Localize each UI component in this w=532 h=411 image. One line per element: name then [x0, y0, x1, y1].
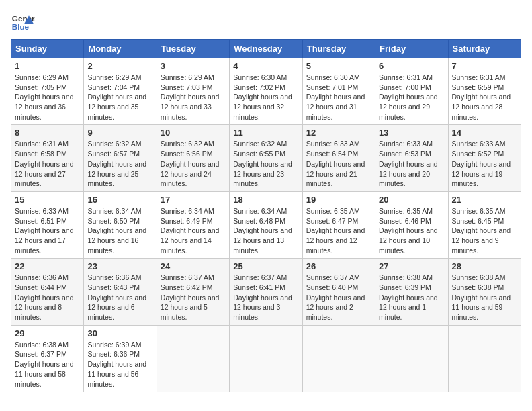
- day-info: Sunrise: 6:35 AMSunset: 6:45 PMDaylight …: [452, 206, 517, 255]
- calendar-cell: [448, 325, 521, 392]
- day-number: 5: [306, 61, 371, 71]
- calendar-cell: 1Sunrise: 6:29 AMSunset: 7:05 PMDaylight…: [11, 58, 84, 125]
- day-number: 11: [233, 128, 298, 138]
- calendar-cell: 20Sunrise: 6:35 AMSunset: 6:46 PMDayligh…: [375, 191, 448, 258]
- calendar-cell: [230, 325, 302, 392]
- day-info: Sunrise: 6:36 AMSunset: 6:44 PMDaylight …: [15, 273, 80, 322]
- calendar-cell: 24Sunrise: 6:37 AMSunset: 6:42 PMDayligh…: [157, 259, 229, 325]
- calendar-cell: 8Sunrise: 6:31 AMSunset: 6:58 PMDaylight…: [11, 125, 84, 191]
- calendar-cell: 14Sunrise: 6:33 AMSunset: 6:52 PMDayligh…: [448, 125, 521, 191]
- day-info: Sunrise: 6:37 AMSunset: 6:42 PMDaylight …: [161, 273, 226, 322]
- day-number: 18: [233, 195, 298, 205]
- day-number: 23: [87, 261, 152, 271]
- day-info: Sunrise: 6:33 AMSunset: 6:51 PMDaylight …: [15, 206, 80, 255]
- day-info: Sunrise: 6:32 AMSunset: 6:55 PMDaylight …: [233, 139, 298, 188]
- calendar-cell: 25Sunrise: 6:37 AMSunset: 6:41 PMDayligh…: [230, 259, 302, 325]
- calendar-cell: 15Sunrise: 6:33 AMSunset: 6:51 PMDayligh…: [11, 191, 84, 258]
- calendar-cell: 5Sunrise: 6:30 AMSunset: 7:01 PMDaylight…: [302, 58, 375, 125]
- calendar-cell: 17Sunrise: 6:34 AMSunset: 6:49 PMDayligh…: [157, 191, 229, 258]
- day-info: Sunrise: 6:33 AMSunset: 6:52 PMDaylight …: [452, 139, 517, 188]
- calendar-cell: [157, 325, 229, 392]
- calendar-cell: 9Sunrise: 6:32 AMSunset: 6:57 PMDaylight…: [84, 125, 157, 191]
- day-number: 1: [15, 61, 80, 71]
- day-number: 25: [233, 261, 298, 271]
- day-info: Sunrise: 6:32 AMSunset: 6:56 PMDaylight …: [161, 139, 226, 188]
- day-number: 2: [87, 61, 152, 71]
- day-number: 22: [15, 261, 80, 271]
- calendar-cell: 18Sunrise: 6:34 AMSunset: 6:48 PMDayligh…: [230, 191, 302, 258]
- day-info: Sunrise: 6:36 AMSunset: 6:43 PMDaylight …: [87, 273, 152, 322]
- calendar-table: SundayMondayTuesdayWednesdayThursdayFrid…: [11, 39, 521, 392]
- weekday-header-sunday: Sunday: [11, 40, 84, 58]
- calendar-cell: 10Sunrise: 6:32 AMSunset: 6:56 PMDayligh…: [157, 125, 229, 191]
- day-number: 7: [452, 61, 517, 71]
- calendar-cell: 7Sunrise: 6:31 AMSunset: 6:59 PMDaylight…: [448, 58, 521, 125]
- day-info: Sunrise: 6:30 AMSunset: 7:01 PMDaylight …: [306, 73, 371, 122]
- day-info: Sunrise: 6:37 AMSunset: 6:41 PMDaylight …: [233, 273, 298, 322]
- day-info: Sunrise: 6:29 AMSunset: 7:03 PMDaylight …: [161, 73, 226, 122]
- day-info: Sunrise: 6:31 AMSunset: 6:58 PMDaylight …: [15, 139, 80, 188]
- day-number: 26: [306, 261, 371, 271]
- day-number: 4: [233, 61, 298, 71]
- weekday-header-monday: Monday: [84, 40, 157, 58]
- calendar-cell: [302, 325, 375, 392]
- day-number: 9: [87, 128, 152, 138]
- calendar-cell: 12Sunrise: 6:33 AMSunset: 6:54 PMDayligh…: [302, 125, 375, 191]
- calendar-cell: 6Sunrise: 6:31 AMSunset: 7:00 PMDaylight…: [375, 58, 448, 125]
- day-number: 21: [452, 195, 517, 205]
- day-number: 27: [379, 261, 444, 271]
- day-info: Sunrise: 6:30 AMSunset: 7:02 PMDaylight …: [233, 73, 298, 122]
- day-info: Sunrise: 6:39 AMSunset: 6:36 PMDaylight …: [87, 340, 152, 389]
- calendar-cell: 13Sunrise: 6:33 AMSunset: 6:53 PMDayligh…: [375, 125, 448, 191]
- day-info: Sunrise: 6:33 AMSunset: 6:54 PMDaylight …: [306, 139, 371, 188]
- day-number: 10: [161, 128, 226, 138]
- day-number: 17: [161, 195, 226, 205]
- day-number: 3: [161, 61, 226, 71]
- day-number: 14: [452, 128, 517, 138]
- day-info: Sunrise: 6:34 AMSunset: 6:48 PMDaylight …: [233, 206, 298, 255]
- day-info: Sunrise: 6:29 AMSunset: 7:05 PMDaylight …: [15, 73, 80, 122]
- calendar-cell: 19Sunrise: 6:35 AMSunset: 6:47 PMDayligh…: [302, 191, 375, 258]
- day-number: 30: [87, 328, 152, 338]
- day-info: Sunrise: 6:38 AMSunset: 6:37 PMDaylight …: [15, 340, 80, 389]
- calendar-cell: 22Sunrise: 6:36 AMSunset: 6:44 PMDayligh…: [11, 259, 84, 325]
- calendar-cell: 29Sunrise: 6:38 AMSunset: 6:37 PMDayligh…: [11, 325, 84, 392]
- calendar-cell: 26Sunrise: 6:37 AMSunset: 6:40 PMDayligh…: [302, 259, 375, 325]
- day-number: 29: [15, 328, 80, 338]
- calendar-cell: [375, 325, 448, 392]
- day-number: 12: [306, 128, 371, 138]
- day-number: 28: [452, 261, 517, 271]
- calendar-cell: 11Sunrise: 6:32 AMSunset: 6:55 PMDayligh…: [230, 125, 302, 191]
- weekday-header-thursday: Thursday: [302, 40, 375, 58]
- weekday-header-saturday: Saturday: [448, 40, 521, 58]
- day-number: 19: [306, 195, 371, 205]
- day-info: Sunrise: 6:38 AMSunset: 6:39 PMDaylight …: [379, 273, 444, 322]
- calendar-cell: 27Sunrise: 6:38 AMSunset: 6:39 PMDayligh…: [375, 259, 448, 325]
- calendar-cell: 30Sunrise: 6:39 AMSunset: 6:36 PMDayligh…: [84, 325, 157, 392]
- day-number: 15: [15, 195, 80, 205]
- day-info: Sunrise: 6:38 AMSunset: 6:38 PMDaylight …: [452, 273, 517, 322]
- day-info: Sunrise: 6:35 AMSunset: 6:46 PMDaylight …: [379, 206, 444, 255]
- weekday-header-tuesday: Tuesday: [157, 40, 229, 58]
- day-info: Sunrise: 6:31 AMSunset: 6:59 PMDaylight …: [452, 73, 517, 122]
- page-header: General Blue: [11, 11, 521, 35]
- calendar-cell: 2Sunrise: 6:29 AMSunset: 7:04 PMDaylight…: [84, 58, 157, 125]
- day-info: Sunrise: 6:31 AMSunset: 7:00 PMDaylight …: [379, 73, 444, 122]
- day-number: 6: [379, 61, 444, 71]
- calendar-cell: 3Sunrise: 6:29 AMSunset: 7:03 PMDaylight…: [157, 58, 229, 125]
- day-number: 13: [379, 128, 444, 138]
- weekday-header-friday: Friday: [375, 40, 448, 58]
- day-number: 20: [379, 195, 444, 205]
- day-info: Sunrise: 6:35 AMSunset: 6:47 PMDaylight …: [306, 206, 371, 255]
- weekday-header-wednesday: Wednesday: [230, 40, 302, 58]
- day-number: 8: [15, 128, 80, 138]
- calendar-cell: 28Sunrise: 6:38 AMSunset: 6:38 PMDayligh…: [448, 259, 521, 325]
- day-info: Sunrise: 6:37 AMSunset: 6:40 PMDaylight …: [306, 273, 371, 322]
- logo: General Blue: [11, 11, 35, 35]
- calendar-cell: 21Sunrise: 6:35 AMSunset: 6:45 PMDayligh…: [448, 191, 521, 258]
- day-info: Sunrise: 6:29 AMSunset: 7:04 PMDaylight …: [87, 73, 152, 122]
- day-info: Sunrise: 6:34 AMSunset: 6:49 PMDaylight …: [161, 206, 226, 255]
- calendar-cell: 23Sunrise: 6:36 AMSunset: 6:43 PMDayligh…: [84, 259, 157, 325]
- day-info: Sunrise: 6:33 AMSunset: 6:53 PMDaylight …: [379, 139, 444, 188]
- day-info: Sunrise: 6:34 AMSunset: 6:50 PMDaylight …: [87, 206, 152, 255]
